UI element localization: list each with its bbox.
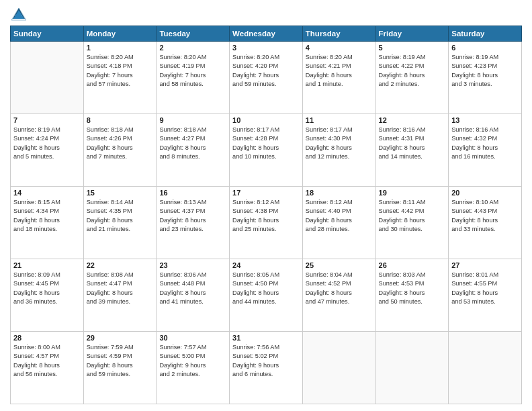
day-cell: 22Sunrise: 8:08 AM Sunset: 4:47 PM Dayli… (83, 259, 157, 332)
day-cell (375, 332, 449, 404)
day-info: Sunrise: 8:20 AM Sunset: 4:21 PM Dayligh… (306, 53, 373, 89)
day-info: Sunrise: 8:00 AM Sunset: 4:57 PM Dayligh… (13, 343, 81, 379)
day-cell: 14Sunrise: 8:15 AM Sunset: 4:34 PM Dayli… (11, 187, 84, 259)
day-cell: 15Sunrise: 8:14 AM Sunset: 4:35 PM Dayli… (83, 187, 157, 259)
day-info: Sunrise: 8:17 AM Sunset: 4:28 PM Dayligh… (232, 126, 300, 161)
weekday-header-row: SundayMondayTuesdayWednesdayThursdayFrid… (11, 26, 522, 42)
day-cell: 24Sunrise: 8:05 AM Sunset: 4:50 PM Dayli… (230, 259, 303, 332)
day-cell: 30Sunrise: 7:57 AM Sunset: 5:00 PM Dayli… (157, 332, 230, 404)
day-info: Sunrise: 8:03 AM Sunset: 4:53 PM Dayligh… (379, 271, 446, 306)
weekday-sunday: Sunday (11, 26, 84, 42)
week-row-0: 1Sunrise: 8:20 AM Sunset: 4:18 PM Daylig… (11, 42, 522, 114)
day-info: Sunrise: 8:05 AM Sunset: 4:50 PM Dayligh… (232, 271, 300, 306)
day-number: 12 (379, 116, 446, 124)
day-info: Sunrise: 8:18 AM Sunset: 4:27 PM Dayligh… (159, 126, 226, 161)
logo (10, 7, 26, 21)
day-cell: 11Sunrise: 8:17 AM Sunset: 4:30 PM Dayli… (302, 114, 375, 187)
day-info: Sunrise: 8:20 AM Sunset: 4:18 PM Dayligh… (87, 53, 154, 89)
day-number: 6 (451, 44, 519, 52)
day-info: Sunrise: 8:18 AM Sunset: 4:26 PM Dayligh… (87, 126, 154, 161)
day-info: Sunrise: 8:13 AM Sunset: 4:37 PM Dayligh… (159, 198, 226, 234)
week-row-3: 21Sunrise: 8:09 AM Sunset: 4:45 PM Dayli… (11, 259, 522, 332)
day-info: Sunrise: 8:16 AM Sunset: 4:31 PM Dayligh… (379, 126, 446, 161)
day-number: 4 (306, 44, 373, 52)
day-number: 31 (232, 334, 300, 342)
day-cell: 18Sunrise: 8:12 AM Sunset: 4:40 PM Dayli… (302, 187, 375, 259)
day-number: 5 (379, 44, 446, 52)
day-cell: 12Sunrise: 8:16 AM Sunset: 4:31 PM Dayli… (375, 114, 449, 187)
day-cell: 31Sunrise: 7:56 AM Sunset: 5:02 PM Dayli… (230, 332, 303, 404)
day-cell (11, 42, 84, 114)
day-info: Sunrise: 8:14 AM Sunset: 4:35 PM Dayligh… (87, 198, 154, 234)
day-info: Sunrise: 8:08 AM Sunset: 4:47 PM Dayligh… (87, 271, 154, 306)
day-number: 13 (451, 116, 519, 124)
day-cell: 8Sunrise: 8:18 AM Sunset: 4:26 PM Daylig… (83, 114, 157, 187)
day-cell: 7Sunrise: 8:19 AM Sunset: 4:24 PM Daylig… (11, 114, 84, 187)
calendar: SundayMondayTuesdayWednesdayThursdayFrid… (10, 26, 522, 404)
day-cell: 19Sunrise: 8:11 AM Sunset: 4:42 PM Dayli… (375, 187, 449, 259)
day-cell: 25Sunrise: 8:04 AM Sunset: 4:52 PM Dayli… (302, 259, 375, 332)
day-cell: 6Sunrise: 8:19 AM Sunset: 4:23 PM Daylig… (449, 42, 522, 114)
day-number: 7 (13, 116, 81, 124)
day-number: 24 (232, 261, 300, 269)
weekday-thursday: Thursday (302, 26, 375, 42)
day-cell: 23Sunrise: 8:06 AM Sunset: 4:48 PM Dayli… (157, 259, 230, 332)
day-number: 8 (87, 116, 154, 124)
day-cell: 10Sunrise: 8:17 AM Sunset: 4:28 PM Dayli… (230, 114, 303, 187)
day-info: Sunrise: 7:57 AM Sunset: 5:00 PM Dayligh… (159, 343, 226, 379)
day-number: 25 (306, 261, 373, 269)
day-info: Sunrise: 8:01 AM Sunset: 4:55 PM Dayligh… (451, 271, 519, 306)
day-cell (302, 332, 375, 404)
day-cell: 20Sunrise: 8:10 AM Sunset: 4:43 PM Dayli… (449, 187, 522, 259)
day-number: 15 (87, 189, 154, 197)
page: SundayMondayTuesdayWednesdayThursdayFrid… (0, 0, 532, 411)
weekday-wednesday: Wednesday (230, 26, 303, 42)
day-number: 29 (87, 334, 154, 342)
day-number: 22 (87, 261, 154, 269)
day-info: Sunrise: 8:16 AM Sunset: 4:32 PM Dayligh… (451, 126, 519, 161)
day-cell: 13Sunrise: 8:16 AM Sunset: 4:32 PM Dayli… (449, 114, 522, 187)
day-info: Sunrise: 8:20 AM Sunset: 4:20 PM Dayligh… (232, 53, 300, 89)
day-number: 17 (232, 189, 300, 197)
day-cell: 4Sunrise: 8:20 AM Sunset: 4:21 PM Daylig… (302, 42, 375, 114)
day-info: Sunrise: 8:12 AM Sunset: 4:38 PM Dayligh… (232, 198, 300, 234)
day-info: Sunrise: 8:06 AM Sunset: 4:48 PM Dayligh… (159, 271, 226, 306)
day-number: 30 (159, 334, 226, 342)
day-info: Sunrise: 8:04 AM Sunset: 4:52 PM Dayligh… (306, 271, 373, 306)
day-cell: 5Sunrise: 8:19 AM Sunset: 4:22 PM Daylig… (375, 42, 449, 114)
logo-icon (11, 7, 26, 21)
day-number: 18 (306, 189, 373, 197)
day-number: 19 (379, 189, 446, 197)
day-info: Sunrise: 7:59 AM Sunset: 4:59 PM Dayligh… (87, 343, 154, 379)
day-number: 2 (159, 44, 226, 52)
day-number: 3 (232, 44, 300, 52)
day-info: Sunrise: 8:11 AM Sunset: 4:42 PM Dayligh… (379, 198, 446, 234)
logo-area (10, 7, 26, 21)
day-info: Sunrise: 8:20 AM Sunset: 4:19 PM Dayligh… (159, 53, 226, 89)
day-info: Sunrise: 8:17 AM Sunset: 4:30 PM Dayligh… (306, 126, 373, 161)
header (10, 7, 522, 21)
week-row-1: 7Sunrise: 8:19 AM Sunset: 4:24 PM Daylig… (11, 114, 522, 187)
day-cell: 17Sunrise: 8:12 AM Sunset: 4:38 PM Dayli… (230, 187, 303, 259)
week-row-2: 14Sunrise: 8:15 AM Sunset: 4:34 PM Dayli… (11, 187, 522, 259)
weekday-friday: Friday (375, 26, 449, 42)
weekday-saturday: Saturday (449, 26, 522, 42)
weekday-monday: Monday (83, 26, 157, 42)
day-info: Sunrise: 7:56 AM Sunset: 5:02 PM Dayligh… (232, 343, 300, 379)
day-number: 16 (159, 189, 226, 197)
day-info: Sunrise: 8:12 AM Sunset: 4:40 PM Dayligh… (306, 198, 373, 234)
day-cell: 2Sunrise: 8:20 AM Sunset: 4:19 PM Daylig… (157, 42, 230, 114)
day-info: Sunrise: 8:19 AM Sunset: 4:24 PM Dayligh… (13, 126, 81, 161)
day-cell: 26Sunrise: 8:03 AM Sunset: 4:53 PM Dayli… (375, 259, 449, 332)
day-number: 10 (232, 116, 300, 124)
day-cell: 28Sunrise: 8:00 AM Sunset: 4:57 PM Dayli… (11, 332, 84, 404)
day-number: 14 (13, 189, 81, 197)
day-cell (449, 332, 522, 404)
weekday-tuesday: Tuesday (157, 26, 230, 42)
day-cell: 21Sunrise: 8:09 AM Sunset: 4:45 PM Dayli… (11, 259, 84, 332)
day-cell: 29Sunrise: 7:59 AM Sunset: 4:59 PM Dayli… (83, 332, 157, 404)
day-number: 1 (87, 44, 154, 52)
day-info: Sunrise: 8:10 AM Sunset: 4:43 PM Dayligh… (451, 198, 519, 234)
day-info: Sunrise: 8:19 AM Sunset: 4:23 PM Dayligh… (451, 53, 519, 89)
day-number: 27 (451, 261, 519, 269)
